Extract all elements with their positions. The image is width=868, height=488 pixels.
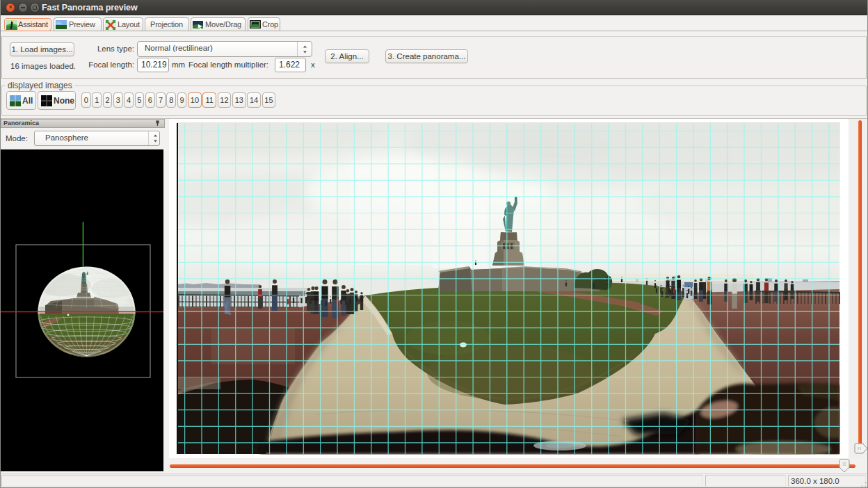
svg-text:GL: GL: [56, 21, 62, 25]
